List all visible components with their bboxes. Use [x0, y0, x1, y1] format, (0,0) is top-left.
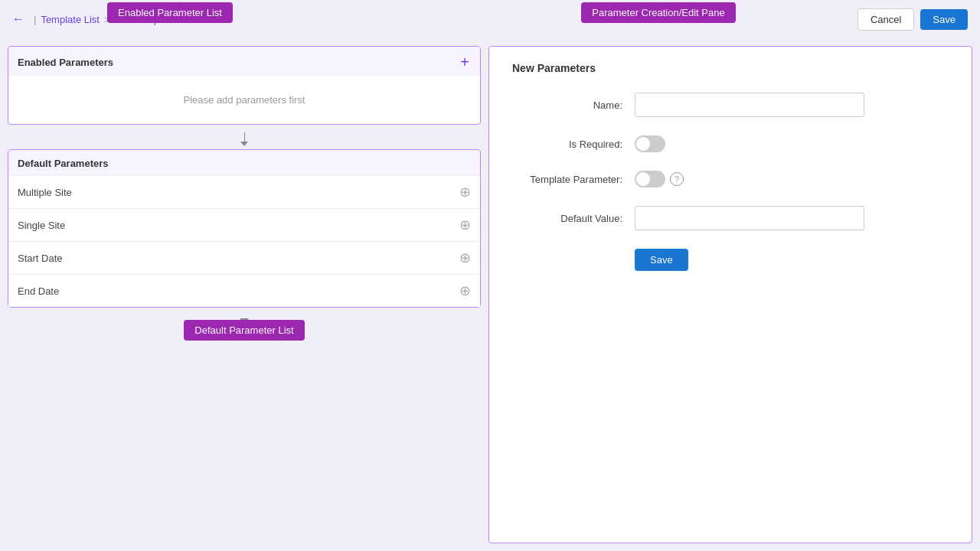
connector-line	[244, 132, 245, 142]
enabled-params-body: Please add parameters first	[8, 76, 480, 124]
default-parameters-section: Default Parameters Multiple Site ⊕ Singl…	[8, 149, 481, 308]
add-start-date-button[interactable]: ⊕	[459, 249, 471, 266]
is-required-slider	[635, 135, 665, 152]
add-single-site-button[interactable]: ⊕	[459, 217, 471, 233]
template-param-slider	[635, 171, 665, 187]
default-params-list: Multiple Site ⊕ Single Site ⊕ Start Date…	[8, 175, 480, 307]
right-panel: New Parameters Name: Is Required: Templa…	[488, 46, 972, 543]
is-required-toggle[interactable]	[635, 135, 665, 152]
add-multiple-site-button[interactable]: ⊕	[459, 184, 471, 201]
param-item-single-site: Single Site ⊕	[8, 209, 480, 242]
enabled-params-empty-message: Please add parameters first	[18, 85, 471, 115]
new-parameters-title: New Parameters	[512, 62, 949, 74]
save-top-button[interactable]: Save	[920, 9, 968, 30]
is-required-label: Is Required:	[512, 139, 635, 150]
is-required-row: Is Required:	[512, 135, 949, 152]
default-params-header: Default Parameters	[8, 150, 480, 175]
param-item-end-date: End Date ⊕	[8, 275, 480, 307]
name-row: Name:	[512, 93, 949, 117]
left-panel: Enabled Parameters + Please add paramete…	[0, 38, 488, 551]
default-value-row: Default Value:	[512, 206, 949, 230]
top-bar: Enabled Parameter List Parameter Creatio…	[0, 0, 980, 38]
breadcrumb-template-list[interactable]: Template List	[41, 14, 100, 25]
enabled-params-title: Enabled Parameters	[18, 57, 113, 68]
add-end-date-button[interactable]: ⊕	[459, 282, 471, 299]
param-label-start-date: Start Date	[18, 253, 63, 264]
add-enabled-param-button[interactable]: +	[459, 54, 471, 70]
back-button[interactable]: ←	[12, 12, 24, 26]
enabled-params-header: Enabled Parameters +	[8, 47, 480, 76]
template-param-toggle[interactable]	[635, 171, 665, 187]
default-value-label: Default Value:	[512, 213, 635, 224]
default-params-title: Default Parameters	[18, 158, 109, 169]
breadcrumb-separator1: |	[34, 14, 36, 25]
parameter-creation-edit-pane-badge: Parameter Creation/Edit Pane	[581, 2, 735, 23]
save-row: Save	[512, 249, 949, 271]
connector-arrow	[240, 142, 248, 146]
template-param-label: Template Parameter:	[512, 174, 635, 185]
top-right-actions: Cancel Save	[858, 8, 968, 31]
param-label-multiple-site: Multiple Site	[18, 187, 72, 198]
template-param-row: Template Parameter: ?	[512, 171, 949, 187]
param-item-start-date: Start Date ⊕	[8, 242, 480, 275]
enabled-parameter-list-badge: Enabled Parameter List	[107, 2, 233, 23]
main-content: Enabled Parameters + Please add paramete…	[0, 38, 980, 551]
param-label-end-date: End Date	[18, 285, 59, 297]
name-input[interactable]	[635, 93, 864, 117]
default-value-input[interactable]	[635, 206, 864, 230]
bottom-badge-area: Default Parameter List	[8, 318, 481, 328]
enabled-parameters-section: Enabled Parameters + Please add paramete…	[8, 46, 481, 125]
template-param-help-icon[interactable]: ?	[670, 172, 684, 186]
param-item-multiple-site: Multiple Site ⊕	[8, 175, 480, 209]
save-form-button[interactable]: Save	[635, 249, 688, 271]
cancel-button[interactable]: Cancel	[858, 8, 914, 31]
default-parameter-list-badge: Default Parameter List	[184, 320, 304, 341]
name-label: Name:	[512, 99, 635, 111]
param-label-single-site: Single Site	[18, 220, 65, 231]
section-connector	[8, 132, 481, 146]
